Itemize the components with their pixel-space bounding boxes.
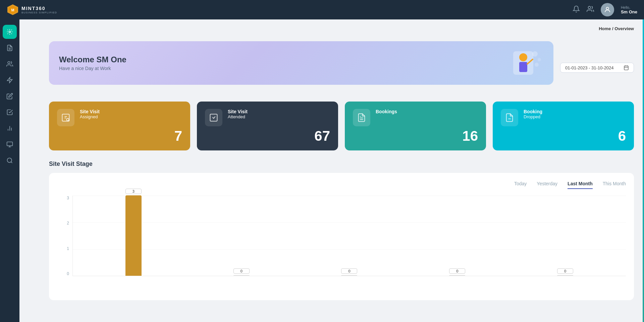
bar-5: [557, 275, 573, 276]
svg-point-24: [535, 63, 539, 67]
svg-rect-13: [7, 142, 13, 146]
date-filter-value: 01-01-2023 - 31-10-2024: [565, 65, 614, 70]
stat-card-icon-bookings: [353, 109, 370, 126]
section-title: Site Visit Stage: [49, 160, 634, 168]
stat-card-site-visit-assigned[interactable]: Site Visit Assigned 7: [49, 102, 190, 150]
logo-text: MINT360 BUSINESS SIMPLIFIED: [21, 6, 57, 14]
stat-card-sublabel-1: Assigned: [80, 114, 100, 119]
stat-card-label-1: Site Visit: [80, 109, 100, 114]
stat-card-label-4: Booking: [524, 109, 542, 114]
date-filter[interactable]: 01-01-2023 - 31-10-2024: [560, 63, 634, 73]
content: Home / Overview Welcome SM One Have a ni…: [39, 19, 644, 322]
sidebar-item-notes[interactable]: [3, 89, 17, 103]
logo-icon: M: [7, 4, 19, 16]
breadcrumb-home: Home: [599, 26, 611, 31]
welcome-text: Welcome SM One Have a nice Day at Work: [59, 55, 126, 71]
svg-point-3: [588, 6, 590, 8]
sidebar-item-analytics[interactable]: [3, 121, 17, 135]
stat-card-number-3: 16: [353, 129, 478, 143]
sidebar-item-actions[interactable]: [3, 73, 17, 87]
svg-point-30: [66, 118, 69, 121]
svg-rect-20: [519, 62, 527, 72]
breadcrumb-current: Overview: [614, 26, 634, 31]
sidebar-item-users[interactable]: [3, 57, 17, 71]
sidebar-item-reports[interactable]: [3, 41, 17, 55]
user-info: Hello, Sm One: [621, 5, 637, 14]
welcome-svg: [503, 48, 543, 78]
y-label-3: 3: [57, 196, 69, 200]
right-accent-bar: [643, 0, 644, 322]
stat-card-booking-dropped[interactable]: Booking Dropped 6: [493, 102, 634, 150]
grid-line-3: [73, 196, 626, 196]
bar-label-top-2: 0: [233, 268, 250, 274]
user-name: Sm One: [621, 9, 637, 14]
svg-point-8: [8, 62, 10, 64]
tab-today[interactable]: Today: [514, 181, 527, 189]
bar-label-top-1: 3: [125, 189, 142, 194]
hello-label: Hello,: [621, 5, 637, 9]
sidebar-item-tasks[interactable]: [3, 105, 17, 119]
bar-group-3: 0: [341, 196, 357, 276]
stat-card-site-visit-attended[interactable]: Site Visit Attended 67: [197, 102, 338, 150]
stat-card-sublabel-2: Attended: [228, 114, 248, 119]
stat-card-label-2: Site Visit: [228, 109, 248, 114]
avatar[interactable]: [601, 3, 614, 16]
svg-rect-29: [62, 114, 69, 121]
bar-group-2: 0: [233, 196, 250, 276]
bar-3-wrapper: 0: [341, 268, 357, 276]
tab-this-month[interactable]: This Month: [603, 181, 626, 189]
stat-card-number-4: 6: [501, 129, 626, 143]
y-label-2: 2: [57, 221, 69, 226]
svg-line-17: [11, 162, 12, 163]
logo: M MINT360 BUSINESS SIMPLIFIED: [7, 4, 74, 16]
stat-card-sublabel-4: Dropped: [524, 114, 542, 119]
welcome-illustration: [503, 48, 543, 78]
grid-line-1: [73, 249, 626, 250]
sidebar: [0, 0, 19, 322]
svg-point-16: [7, 158, 12, 163]
tab-yesterday[interactable]: Yesterday: [537, 181, 557, 189]
svg-point-19: [519, 53, 527, 61]
stat-card-label-3: Bookings: [376, 109, 397, 114]
chart-container: Today Yesterday Last Month This Month 3 …: [49, 173, 634, 300]
notification-icon[interactable]: [573, 5, 580, 14]
bar-label-top-4: 0: [449, 268, 465, 274]
bar-5-wrapper: 0: [557, 268, 573, 276]
sidebar-item-leads[interactable]: [3, 153, 17, 168]
topbar: M MINT360 BUSINESS SIMPLIFIED: [0, 0, 644, 19]
chart-tabs: Today Yesterday Last Month This Month: [57, 181, 626, 189]
bar-group-1: 3: [125, 196, 142, 276]
logo-sub: BUSINESS SIMPLIFIED: [21, 11, 57, 14]
svg-marker-9: [7, 77, 12, 83]
bar-group-4: 0: [449, 196, 465, 276]
welcome-title: Welcome SM One: [59, 55, 126, 64]
welcome-subtitle: Have a nice Day at Work: [59, 66, 126, 71]
stat-card-number-2: 67: [205, 129, 330, 143]
bar-4-wrapper: 0: [449, 268, 465, 276]
sidebar-item-forms[interactable]: [3, 137, 17, 151]
svg-text:M: M: [11, 8, 14, 12]
bar-1-wrapper: 3: [125, 189, 142, 276]
svg-line-31: [69, 121, 69, 121]
logo-name: MINT360: [21, 6, 57, 11]
svg-rect-25: [624, 66, 628, 70]
bar-chart-wrapper: 3 2 1 0: [57, 196, 626, 276]
bar-2: [233, 275, 250, 276]
sidebar-item-dashboard[interactable]: [3, 25, 17, 39]
svg-point-22: [532, 51, 538, 57]
bars-container: 3 0: [79, 196, 619, 276]
y-label-1: 1: [57, 246, 69, 251]
bar-label-top-3: 0: [341, 268, 357, 274]
users-icon[interactable]: [587, 5, 594, 14]
stat-card-bookings[interactable]: Bookings 16: [345, 102, 486, 150]
breadcrumb: Home / Overview: [599, 26, 634, 31]
bar-group-5: 0: [557, 196, 573, 276]
stat-card-number-1: 7: [57, 129, 182, 143]
stat-card-icon-assigned: [57, 109, 74, 126]
bar-label-top-5: 0: [557, 268, 573, 274]
tab-last-month[interactable]: Last Month: [568, 181, 593, 189]
bar-4: [449, 275, 465, 276]
svg-rect-32: [210, 114, 217, 121]
bar-2-wrapper: 0: [233, 268, 250, 276]
topbar-right: Hello, Sm One: [573, 3, 637, 16]
